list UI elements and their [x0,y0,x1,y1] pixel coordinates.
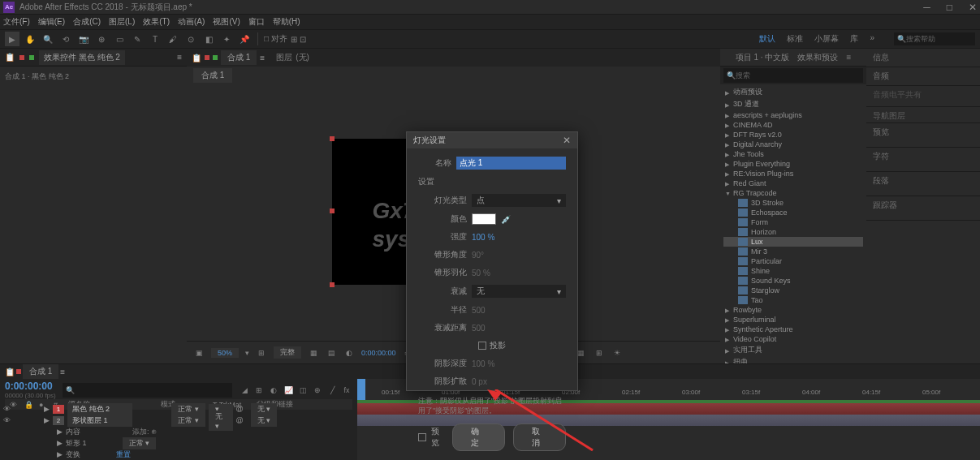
dialog-titlebar[interactable]: 灯光设置 ✕ [407,132,577,148]
effects-item[interactable]: Starglow [723,286,863,295]
comp-menu-icon[interactable]: ≡ [260,54,265,62]
zoom-arrow[interactable]: ▾ [245,349,249,357]
sublayer-row[interactable]: ▶ 变换重置 [0,449,357,460]
effects-item[interactable]: 3D Stroke [723,198,863,208]
char-section[interactable]: 字符 [866,148,980,172]
effects-folder[interactable]: DFT Rays v2.0 [723,130,863,140]
comp-name-tab[interactable]: 合成 1 [193,68,232,83]
audio-section[interactable]: 音频 [866,67,980,86]
handle-top-left[interactable] [330,136,335,141]
puppet-tool[interactable]: 📌 [237,32,252,46]
trkmat-dropdown[interactable]: 无 ▾ [209,411,233,431]
effect-controls-tab[interactable]: 效果控件 黑色 纯色 2 [39,50,125,65]
eraser-tool[interactable]: ◧ [201,32,216,46]
workspace-standard[interactable]: 标准 [787,33,803,45]
effects-item[interactable]: Particular [723,256,863,266]
menu-effect[interactable]: 效果(T) [143,16,170,28]
effects-item[interactable]: Shine [723,266,863,276]
exposure-icon[interactable]: ☀ [611,347,623,359]
quality-toggle[interactable]: ╱ [326,385,338,396]
effects-folder[interactable]: 动画预设 [723,86,863,98]
rectangle-tool[interactable]: ▭ [112,32,127,46]
twirl-icon[interactable]: ▶ [44,405,50,413]
menu-view[interactable]: 视图(V) [213,16,240,28]
handle-bot-left[interactable] [330,282,335,287]
mask-toggle-icon[interactable]: ▣ [193,347,205,359]
hand-tool[interactable]: ✋ [23,32,37,46]
layer-name[interactable]: 黑色 纯色 2 [67,403,132,415]
tracker-section[interactable]: 跟踪器 [866,196,980,221]
timeline-tab[interactable]: 合成 1 [23,364,58,379]
maximize-button[interactable]: □ [947,2,952,13]
blend-mode-dropdown[interactable]: 正常 ▾ [171,415,205,427]
effects-hdr-left[interactable]: 项目 1 · 中文版 [736,52,790,63]
roto-brush-tool[interactable]: ✦ [219,32,234,46]
channel-icon[interactable]: ◐ [343,347,355,359]
blend-mode-dropdown[interactable]: 正常 ▾ [171,403,205,415]
shy-toggle[interactable]: ◢ [239,385,250,396]
effects-item[interactable]: Tao [723,295,863,305]
selection-tool[interactable]: ▶ [5,32,19,46]
layer-row[interactable]: 👁▶1黑色 纯色 2正常 ▾ ▾@无 ▾ [0,403,357,415]
effects-menu-icon[interactable]: ≡ [846,53,851,62]
pickwhip-icon[interactable]: @ [236,416,248,424]
name-input[interactable] [456,157,566,170]
sublayer-row[interactable]: ▶ 内容添加: ⊕ [0,426,357,437]
guides-icon[interactable]: ▤ [326,347,337,359]
effects-search[interactable]: 🔍 搜索 [723,68,863,83]
effects-hdr-right[interactable]: 效果和预设 [797,52,838,63]
camera-tool[interactable]: 📷 [76,32,91,46]
effects-folder[interactable]: Digital Anarchy [723,140,863,149]
effects-folder[interactable]: Rowbyte [723,305,863,315]
effects-folder[interactable]: Red Giant [723,178,863,188]
effects-folder[interactable]: 实用工具 [723,344,863,356]
close-button[interactable]: ✕ [969,2,977,13]
current-timecode[interactable]: 0:00:00:00 [5,380,56,392]
effects-folder[interactable]: 扭曲 [723,356,863,363]
layer-row[interactable]: 👁▶2形状图层 1正常 ▾无 ▾@无 ▾ [0,415,357,426]
parent-dropdown[interactable]: 无 ▾ [251,403,278,415]
effects-folder[interactable]: Plugin Everything [723,159,863,169]
layer-name[interactable]: 形状图层 1 [67,415,132,427]
eyedropper-icon[interactable]: 💉 [501,215,511,224]
effects-item[interactable]: Sound Keys [723,276,863,286]
effects-item[interactable]: Echospace [723,208,863,217]
twirl-icon[interactable]: ▶ [57,439,63,447]
panel-menu-icon[interactable]: ≡ [177,53,182,62]
fx-toggle[interactable]: fx [341,385,352,396]
effects-folder[interactable]: 3D 通道 [723,98,863,110]
menu-edit[interactable]: 编辑(E) [38,16,65,28]
workspace-default[interactable]: 默认 [759,33,775,45]
snapping-icon[interactable]: ⊞ ⊡ [291,35,306,44]
grid-icon[interactable]: ▦ [308,347,319,359]
cancel-button[interactable]: 取消 [513,423,566,451]
pen-tool[interactable]: ✎ [130,32,145,46]
workspace-more[interactable]: » [870,33,874,45]
falloff-dropdown[interactable]: 无▾ [472,285,566,298]
menu-animation[interactable]: 动画(A) [178,16,205,28]
clone-stamp-tool[interactable]: ⊙ [183,32,198,46]
type-tool[interactable]: T [148,32,162,46]
effects-folder[interactable]: Synthetic Aperture [723,325,863,334]
effects-item[interactable]: Lux [723,237,863,247]
effects-item[interactable]: Horizon [723,227,863,237]
rotation-tool[interactable]: ⟲ [58,32,73,46]
light-type-dropdown[interactable]: 点▾ [472,194,566,207]
frame-blend-toggle[interactable]: ⊞ [253,385,265,396]
menu-file[interactable]: 文件(F) [3,16,30,28]
preview-section[interactable]: 预览 [866,123,980,148]
project-tab-icon[interactable]: 📋 [5,53,15,62]
3d-toggle[interactable]: ◫ [297,385,309,396]
pickwhip-icon[interactable]: @ [236,405,248,413]
tl-tab-icon[interactable]: 📋 [5,368,15,376]
current-time[interactable]: 0:00:00:00 [361,349,396,357]
effects-item[interactable]: Form [723,217,863,227]
effects-folder[interactable]: CINEMA 4D [723,120,863,130]
casts-shadows-checkbox[interactable] [478,342,486,350]
zoom-tool[interactable]: 🔍 [41,32,55,46]
comp-tab-icon[interactable]: 📋 [192,54,201,62]
workspace-library[interactable]: 库 [850,33,858,45]
parent-dropdown[interactable]: 无 ▾ [251,415,278,427]
menu-help[interactable]: 帮助(H) [273,16,300,28]
effects-folder[interactable]: Superluminal [723,315,863,325]
